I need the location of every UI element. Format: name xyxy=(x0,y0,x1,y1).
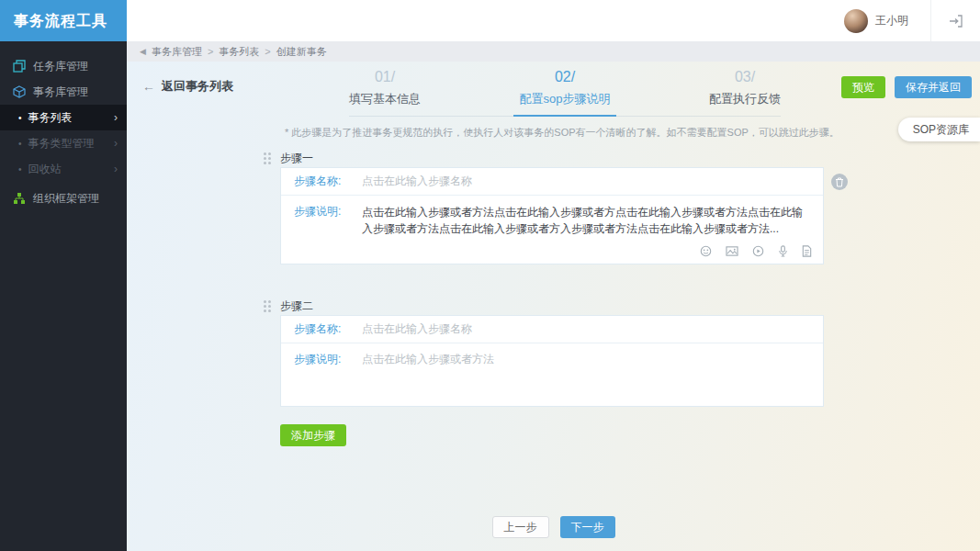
main-content: ← 返回事务列表 01/ 填写基本信息 02/ 配置sop步骤说明 03/ 配置… xyxy=(127,62,980,551)
sidebar-item-label: 事务列表 xyxy=(28,110,73,126)
logout-icon xyxy=(949,14,963,28)
back-arrow-icon: ← xyxy=(142,79,155,94)
preview-button[interactable]: 预览 xyxy=(841,76,885,98)
bullet-icon: • xyxy=(18,113,22,123)
step1-name-input[interactable]: 点击在此输入步骤名称 xyxy=(362,174,472,189)
header-actions: 预览 保存并返回 xyxy=(841,76,972,98)
delete-step-button[interactable] xyxy=(831,174,848,190)
video-icon[interactable] xyxy=(752,245,764,257)
sidebar-item-affair-list[interactable]: • 事务列表 › xyxy=(0,105,127,130)
sidebar-item-label: 事务类型管理 xyxy=(28,136,95,152)
breadcrumb-item[interactable]: 事务列表 xyxy=(219,45,259,59)
user-name: 王小明 xyxy=(875,13,908,28)
sidebar-item-label: 组织框架管理 xyxy=(33,191,99,207)
wizard-step-number: 02/ xyxy=(520,69,611,85)
step1-title: 步骤一 xyxy=(280,151,313,166)
media-toolbar xyxy=(700,245,812,257)
app-window: 事务流程工具 任务库管理 事务库管理 • 事务列表 › • 事务 xyxy=(0,0,980,551)
wizard-step-label: 配置sop步骤说明 xyxy=(520,91,611,107)
wizard-step-number: 03/ xyxy=(709,69,781,85)
app-title: 事务流程工具 xyxy=(0,0,127,41)
wizard-footer: 上一步 下一步 xyxy=(127,516,980,538)
sidebar: 事务流程工具 任务库管理 事务库管理 • 事务列表 › • 事务 xyxy=(0,0,127,551)
previous-step-button[interactable]: 上一步 xyxy=(492,516,549,538)
breadcrumb-item-current: 创建新事务 xyxy=(276,45,327,59)
step-hint-text: * 此步骤是为了推进事务更规范的执行，使执行人对该事务的SOP有一个清晰的了解。… xyxy=(285,126,839,140)
avatar[interactable] xyxy=(844,9,868,33)
logout-button[interactable] xyxy=(930,0,980,41)
back-to-list-link[interactable]: ← 返回事务列表 xyxy=(142,78,233,95)
wizard-step-number: 01/ xyxy=(349,69,421,85)
sidebar-item-label: 回收站 xyxy=(28,162,62,177)
wizard-step-3[interactable]: 03/ 配置执行反馈 xyxy=(709,69,781,107)
sidebar-item-recycle-bin[interactable]: • 回收站 › xyxy=(0,156,127,182)
step2-desc-area[interactable]: 步骤说明: 点击在此输入步骤或者方法 xyxy=(281,343,823,406)
collapse-sidebar-icon[interactable]: ◀ xyxy=(140,47,146,56)
sidebar-item-label: 事务库管理 xyxy=(33,84,88,100)
step-name-label: 步骤名称: xyxy=(294,174,351,189)
step1-header: 步骤一 xyxy=(264,151,313,166)
sidebar-item-org-structure[interactable]: 组织框架管理 xyxy=(0,186,127,211)
step-name-label: 步骤名称: xyxy=(294,321,351,337)
next-step-button[interactable]: 下一步 xyxy=(560,516,615,538)
sidebar-item-affair-library[interactable]: 事务库管理 xyxy=(0,79,127,105)
chevron-right-icon: › xyxy=(114,163,118,175)
topbar: 王小明 xyxy=(127,0,980,41)
sidebar-item-affair-type[interactable]: • 事务类型管理 › xyxy=(0,130,127,156)
step2-card: 步骤名称: 点击在此输入步骤名称 步骤说明: 点击在此输入步骤或者方法 xyxy=(280,315,824,407)
step-desc-label: 步骤说明: xyxy=(294,352,351,398)
document-icon[interactable] xyxy=(802,245,812,257)
drag-handle-icon[interactable] xyxy=(264,300,271,312)
step1-name-row[interactable]: 步骤名称: 点击在此输入步骤名称 xyxy=(281,168,823,196)
wizard-step-label: 填写基本信息 xyxy=(349,91,421,107)
step2-title: 步骤二 xyxy=(280,298,313,314)
sidebar-item-label: 任务库管理 xyxy=(33,59,88,74)
breadcrumb-item[interactable]: 事务库管理 xyxy=(152,45,202,59)
step2-header: 步骤二 xyxy=(264,298,313,314)
wizard-step-1[interactable]: 01/ 填写基本信息 xyxy=(349,69,421,107)
breadcrumb-separator: > xyxy=(208,46,213,57)
task-library-icon xyxy=(13,60,26,73)
step1-desc-area[interactable]: 步骤说明: 点击在此输入步骤或者方法点击在此输入步骤或者方点击在此输入步骤或者方… xyxy=(281,196,823,264)
sop-resource-library-tab[interactable]: SOP资源库 xyxy=(898,118,980,141)
save-and-return-button[interactable]: 保存并返回 xyxy=(895,76,972,98)
bullet-icon: • xyxy=(18,139,22,149)
chevron-right-icon: › xyxy=(114,111,118,124)
breadcrumb-separator: > xyxy=(265,46,270,57)
step1-card: 步骤名称: 点击在此输入步骤名称 步骤说明: 点击在此输入步骤或者方法点击在此输… xyxy=(280,167,824,264)
step2-desc-input[interactable]: 点击在此输入步骤或者方法 xyxy=(362,352,494,398)
breadcrumb: ◀ 事务库管理 > 事务列表 > 创建新事务 xyxy=(127,41,980,62)
add-step-button[interactable]: 添加步骤 xyxy=(280,424,346,446)
image-icon[interactable] xyxy=(726,245,738,257)
chevron-right-icon: › xyxy=(114,137,118,150)
wizard-step-2-active[interactable]: 02/ 配置sop步骤说明 xyxy=(520,69,611,107)
sidebar-item-task-library[interactable]: 任务库管理 xyxy=(0,53,127,79)
org-structure-icon xyxy=(13,192,26,205)
step-desc-label: 步骤说明: xyxy=(294,204,351,256)
mic-icon[interactable] xyxy=(778,245,788,257)
trash-icon xyxy=(835,177,844,187)
step2-name-row[interactable]: 步骤名称: 点击在此输入步骤名称 xyxy=(281,316,823,343)
affair-library-icon xyxy=(13,85,26,98)
wizard-step-label: 配置执行反馈 xyxy=(709,91,781,107)
bullet-icon: • xyxy=(18,164,22,174)
back-link-label: 返回事务列表 xyxy=(162,78,233,95)
step2-name-input[interactable]: 点击在此输入步骤名称 xyxy=(362,321,472,337)
emoji-icon[interactable] xyxy=(700,245,712,257)
step-wizard: 01/ 填写基本信息 02/ 配置sop步骤说明 03/ 配置执行反馈 xyxy=(349,69,781,117)
user-menu[interactable]: 王小明 xyxy=(844,9,930,33)
drag-handle-icon[interactable] xyxy=(264,152,271,164)
sidebar-menu: 任务库管理 事务库管理 • 事务列表 › • 事务类型管理 › • 回收站 xyxy=(0,41,127,211)
